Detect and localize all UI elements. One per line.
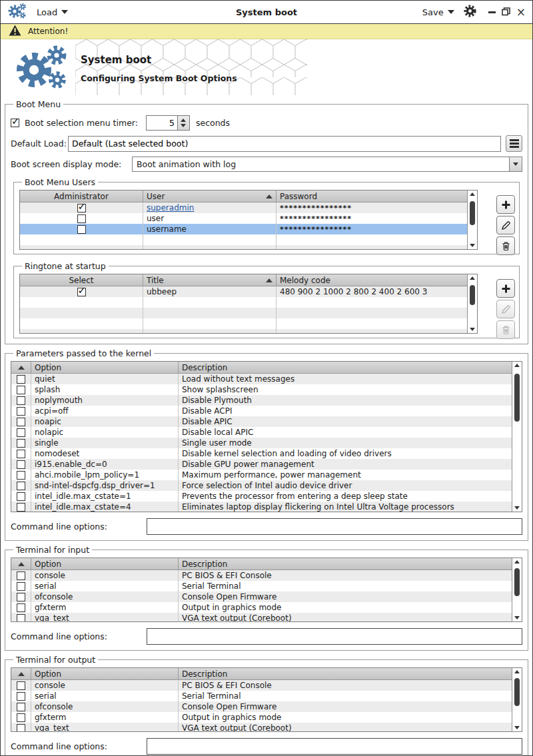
- table-row[interactable]: ubbeep480 900 2 1000 2 800 2 400 2 600 3: [20, 286, 467, 297]
- scroll-up-icon[interactable]: [514, 670, 520, 673]
- table-row-empty[interactable]: [20, 318, 467, 329]
- delete-user-button[interactable]: [496, 236, 515, 255]
- row-checkbox[interactable]: [17, 482, 25, 490]
- timer-checkbox[interactable]: [11, 119, 19, 127]
- scroll-down-icon[interactable]: [514, 506, 520, 510]
- table-row[interactable]: splashShow splashscreen: [11, 384, 512, 395]
- default-load-input[interactable]: [68, 136, 501, 152]
- table-row[interactable]: serialSerial Terminal: [11, 691, 512, 701]
- edit-user-button[interactable]: [496, 216, 515, 234]
- column-header-sort[interactable]: [11, 362, 31, 373]
- user-link[interactable]: superadmin: [147, 203, 194, 212]
- row-checkbox[interactable]: [17, 692, 25, 701]
- row-checkbox[interactable]: [17, 713, 25, 722]
- kernel-cmdline-input[interactable]: [147, 518, 522, 535]
- row-checkbox[interactable]: [77, 225, 86, 234]
- table-row-empty[interactable]: [20, 297, 467, 308]
- add-ringtone-button[interactable]: [496, 279, 515, 298]
- terminal-input-scrollbar[interactable]: [512, 558, 522, 621]
- row-checkbox[interactable]: [17, 428, 25, 437]
- table-row[interactable]: ahci.mobile_lpm_policy=1Maximum performa…: [11, 470, 512, 480]
- column-header-title[interactable]: Title: [143, 274, 276, 286]
- ringtone-scrollbar[interactable]: [467, 274, 477, 333]
- row-checkbox[interactable]: [17, 375, 25, 384]
- spinner-up-button[interactable]: [181, 119, 186, 122]
- table-row[interactable]: username****************: [20, 224, 467, 234]
- table-row[interactable]: snd-intel-dspcfg.dsp_driver=1Force selec…: [11, 480, 512, 491]
- table-row[interactable]: user****************: [20, 213, 467, 224]
- close-button[interactable]: ×: [516, 7, 526, 17]
- table-row[interactable]: gfxtermOutput in graphics mode: [11, 712, 512, 723]
- maximize-button[interactable]: [502, 6, 510, 19]
- row-checkbox[interactable]: [77, 204, 86, 212]
- row-checkbox[interactable]: [77, 288, 86, 296]
- table-row[interactable]: consolePC BIOS & EFI Console: [11, 570, 512, 581]
- scrollbar-thumb[interactable]: [514, 678, 520, 706]
- table-row[interactable]: nolapicDisable local APIC: [11, 427, 512, 438]
- row-checkbox[interactable]: [17, 396, 25, 405]
- table-row[interactable]: noapicDisable APIC: [11, 416, 512, 427]
- row-checkbox[interactable]: [17, 681, 25, 690]
- users-scrollbar[interactable]: [467, 190, 477, 249]
- row-checkbox[interactable]: [77, 214, 86, 223]
- scrollbar-thumb[interactable]: [470, 201, 475, 225]
- scroll-down-icon[interactable]: [514, 726, 520, 729]
- row-checkbox[interactable]: [17, 407, 25, 416]
- table-row[interactable]: superadmin****************: [20, 202, 467, 213]
- table-row[interactable]: vga_textVGA text output (Coreboot): [11, 723, 512, 731]
- terminal-output-scrollbar[interactable]: [512, 668, 522, 731]
- kernel-params-scrollbar[interactable]: [512, 362, 522, 512]
- column-header-password[interactable]: Password: [276, 190, 467, 202]
- table-row[interactable]: ofconsoleConsole Open Firmware: [11, 701, 512, 712]
- scroll-up-icon[interactable]: [514, 560, 520, 564]
- column-header-melody[interactable]: Melody code: [276, 274, 467, 286]
- add-user-button[interactable]: [496, 195, 515, 214]
- table-row[interactable]: vga_textVGA text output (Coreboot): [11, 613, 512, 621]
- table-row[interactable]: ofconsoleConsole Open Firmware: [11, 591, 512, 602]
- row-checkbox[interactable]: [17, 571, 25, 580]
- row-checkbox[interactable]: [17, 724, 25, 732]
- scroll-up-icon[interactable]: [470, 276, 475, 280]
- table-row[interactable]: acpi=offDisable ACPI: [11, 406, 512, 416]
- column-header-option[interactable]: Option: [31, 362, 179, 373]
- column-header-sort[interactable]: [11, 558, 31, 569]
- column-header-option[interactable]: Option: [31, 558, 179, 569]
- row-checkbox[interactable]: [17, 503, 25, 512]
- scroll-down-icon[interactable]: [470, 328, 475, 331]
- column-header-description[interactable]: Description: [179, 668, 512, 679]
- scrollbar-thumb[interactable]: [470, 285, 475, 305]
- scrollbar-thumb[interactable]: [514, 568, 520, 596]
- table-row[interactable]: intel_idle.max_cstate=4Eliminates laptop…: [11, 502, 512, 512]
- table-row[interactable]: gfxtermOutput in graphics mode: [11, 602, 512, 613]
- column-header-sort[interactable]: [11, 668, 31, 679]
- scroll-up-icon[interactable]: [514, 364, 520, 367]
- row-checkbox[interactable]: [17, 603, 25, 612]
- load-menu[interactable]: Load: [37, 7, 68, 17]
- column-header-administrator[interactable]: Administrator: [20, 190, 143, 202]
- combo-arrow-button[interactable]: [509, 157, 522, 171]
- row-checkbox[interactable]: [17, 386, 25, 394]
- column-header-select[interactable]: Select: [20, 274, 143, 286]
- table-row[interactable]: singleSingle user mode: [11, 438, 512, 448]
- row-checkbox[interactable]: [17, 593, 25, 601]
- row-checkbox[interactable]: [17, 582, 25, 591]
- table-row[interactable]: quietLoad without text messages: [11, 374, 512, 384]
- table-row[interactable]: intel_idle.max_cstate=1Prevents the proc…: [11, 491, 512, 502]
- minimize-button[interactable]: [488, 11, 496, 13]
- display-mode-select[interactable]: Boot animation with log: [132, 157, 522, 172]
- table-row-empty[interactable]: [20, 234, 467, 245]
- settings-gear-icon[interactable]: [464, 5, 476, 20]
- scroll-down-icon[interactable]: [514, 616, 520, 619]
- table-row[interactable]: consolePC BIOS & EFI Console: [11, 680, 512, 691]
- row-checkbox[interactable]: [17, 418, 25, 426]
- save-menu[interactable]: Save: [422, 7, 454, 17]
- scrollbar-thumb[interactable]: [514, 374, 520, 422]
- terminal-output-cmdline-input[interactable]: [147, 738, 522, 755]
- row-checkbox[interactable]: [17, 492, 25, 501]
- row-checkbox[interactable]: [17, 471, 25, 480]
- table-row[interactable]: i915.enable_dc=0Disable GPU power manage…: [11, 459, 512, 470]
- spinner-down-button[interactable]: [181, 124, 186, 127]
- table-row[interactable]: noplymouthDisable Plymouth: [11, 395, 512, 406]
- column-header-description[interactable]: Description: [179, 558, 512, 569]
- column-header-option[interactable]: Option: [31, 668, 179, 679]
